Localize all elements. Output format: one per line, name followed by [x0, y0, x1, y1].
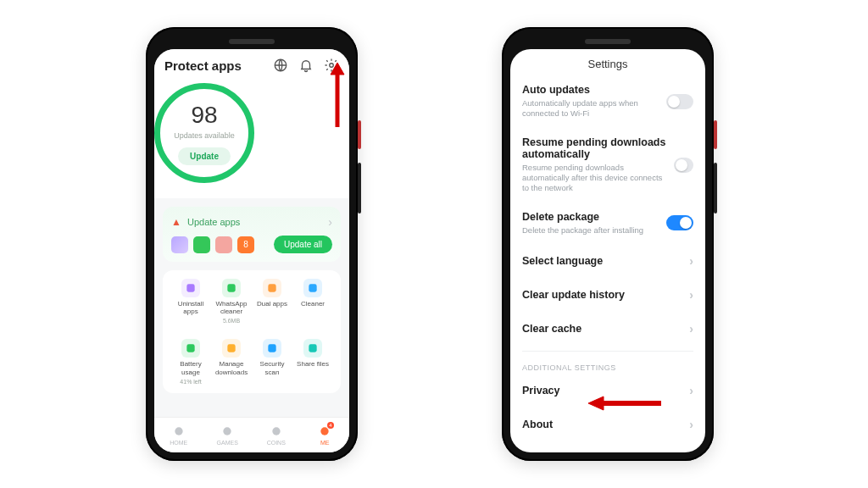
- gear-icon[interactable]: [324, 58, 339, 73]
- tool-label: Security scan: [253, 360, 292, 375]
- tool-icon: [181, 279, 200, 297]
- tab-badge: 4: [327, 422, 334, 429]
- tool-security-scan[interactable]: Security scan: [253, 339, 292, 384]
- tool-label: Share files: [297, 360, 329, 368]
- tool-cleaner[interactable]: Cleaner: [293, 279, 332, 324]
- tool-subtitle: 5.6MB: [223, 318, 240, 324]
- speaker-slot: [229, 39, 275, 44]
- row-title: About: [522, 419, 553, 430]
- app-icon: [215, 236, 232, 253]
- screen-protect-apps: Protect apps 98 Updates available: [154, 49, 349, 452]
- tab-label: GAMES: [217, 440, 238, 446]
- tab-label: HOME: [170, 440, 187, 446]
- tool-icon: [222, 339, 241, 358]
- svg-rect-4: [268, 284, 275, 291]
- tool-uninstall-apps[interactable]: Uninstall apps: [171, 279, 210, 324]
- chevron-right-icon: ›: [689, 418, 693, 431]
- update-button[interactable]: Update: [178, 147, 231, 165]
- tool-whatsapp-cleaner[interactable]: WhatsApp cleaner5.6MB: [212, 279, 251, 324]
- volume-button: [714, 163, 717, 214]
- row-title: Clear cache: [522, 323, 581, 335]
- row-title: Clear update history: [522, 289, 625, 301]
- power-button: [358, 120, 361, 149]
- bell-icon[interactable]: [298, 58, 314, 73]
- tool-label: Dual apps: [257, 300, 287, 308]
- tools-grid-card: Uninstall appsWhatsApp cleaner5.6MBDual …: [163, 270, 341, 393]
- row-clear-update-history[interactable]: Clear update history ›: [510, 278, 705, 312]
- divider: [522, 351, 693, 352]
- toggle-delete-package[interactable]: [666, 215, 693, 230]
- app-icon: [171, 236, 188, 253]
- svg-rect-3: [227, 284, 235, 291]
- row-resume-downloads[interactable]: Resume pending downloads automatically R…: [510, 128, 705, 202]
- phone-frame-right: Settings Auto updates Automatically upda…: [502, 27, 714, 461]
- row-clear-cache[interactable]: Clear cache ›: [510, 312, 705, 346]
- tool-subtitle: 41% left: [180, 379, 201, 385]
- page-title: Settings: [510, 49, 705, 75]
- tool-battery-usage[interactable]: Battery usage41% left: [171, 339, 210, 384]
- tool-icon: [263, 279, 281, 297]
- tool-dual-apps[interactable]: Dual apps: [253, 279, 292, 324]
- bottom-tab-bar: HOMEGAMESCOINSME4: [154, 417, 349, 452]
- volume-button: [358, 163, 361, 214]
- tool-label: WhatsApp cleaner: [212, 300, 251, 315]
- row-subtitle: Resume pending downloads automatically a…: [522, 163, 666, 194]
- tab-games[interactable]: GAMES: [203, 418, 253, 452]
- toggle-auto-updates[interactable]: [666, 94, 693, 109]
- row-title: Auto updates: [522, 84, 666, 96]
- score-value: 98: [191, 102, 217, 129]
- tab-home[interactable]: HOME: [154, 418, 203, 452]
- update-all-button[interactable]: Update all: [274, 236, 332, 253]
- chevron-right-icon: ›: [689, 288, 693, 302]
- app-icon: [193, 236, 210, 253]
- phone-frame-left: Protect apps 98 Updates available: [146, 27, 358, 461]
- tool-label: Battery usage: [171, 360, 210, 375]
- svg-point-13: [321, 427, 329, 435]
- row-delete-package[interactable]: Delete package Delete the package after …: [510, 202, 705, 244]
- status-ring: 98 Updates available Update: [154, 83, 254, 183]
- row-title: Delete package: [522, 211, 643, 223]
- update-apps-card[interactable]: ▲ Update apps › 8 Update all: [163, 207, 341, 262]
- tab-label: COINS: [267, 440, 286, 446]
- tab-icon: [220, 424, 234, 438]
- pending-apps-row: 8 Update all: [171, 236, 332, 253]
- tool-manage-downloads[interactable]: Manage downloads: [212, 339, 251, 384]
- svg-rect-8: [268, 345, 275, 352]
- update-apps-title: Update apps: [187, 217, 240, 227]
- chevron-right-icon: ›: [689, 384, 693, 397]
- svg-point-10: [175, 427, 182, 435]
- chevron-right-icon: ›: [689, 254, 693, 268]
- pending-count-badge: 8: [237, 236, 254, 253]
- chevron-right-icon: ›: [328, 215, 332, 229]
- tab-icon: [270, 424, 283, 438]
- svg-rect-5: [309, 284, 316, 291]
- tool-share-files[interactable]: Share files: [293, 339, 332, 384]
- row-select-language[interactable]: Select language ›: [510, 244, 705, 278]
- tab-me[interactable]: ME4: [301, 418, 350, 452]
- tool-icon: [263, 339, 281, 358]
- row-subtitle: Automatically update apps when connected…: [522, 98, 666, 119]
- tool-icon: [303, 279, 322, 297]
- svg-rect-6: [186, 345, 194, 352]
- tab-coins[interactable]: COINS: [252, 418, 301, 452]
- page-title: Protect apps: [164, 58, 242, 73]
- tab-label: ME: [320, 440, 330, 446]
- tool-label: Cleaner: [301, 300, 325, 308]
- tool-icon: [181, 339, 200, 358]
- globe-icon[interactable]: [273, 58, 288, 73]
- tab-icon: [172, 424, 186, 438]
- screen-settings: Settings Auto updates Automatically upda…: [510, 49, 705, 452]
- tool-label: Manage downloads: [212, 360, 251, 375]
- header: Protect apps: [154, 49, 349, 76]
- svg-point-1: [330, 64, 334, 68]
- tool-icon: [303, 339, 322, 358]
- row-privacy[interactable]: Privacy ›: [510, 374, 705, 408]
- tool-label: Uninstall apps: [171, 300, 210, 315]
- row-auto-updates[interactable]: Auto updates Automatically update apps w…: [510, 75, 705, 128]
- row-about[interactable]: About ›: [510, 408, 705, 441]
- score-subtitle: Updates available: [174, 131, 235, 140]
- chevron-right-icon: ›: [689, 322, 693, 336]
- row-title: Select language: [522, 255, 603, 267]
- svg-rect-2: [186, 284, 194, 291]
- toggle-resume-downloads[interactable]: [674, 158, 693, 173]
